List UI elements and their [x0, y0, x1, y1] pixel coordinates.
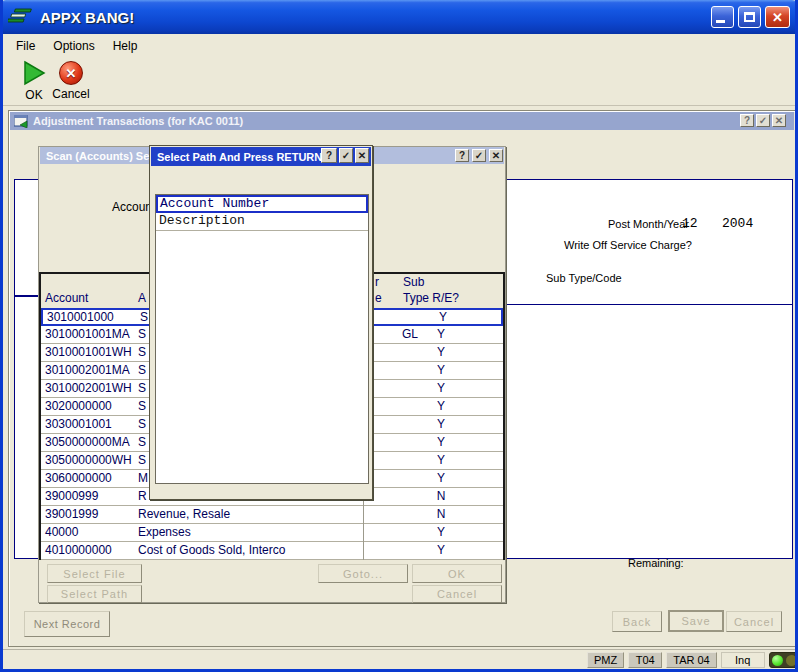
minimize-button[interactable] — [711, 6, 734, 28]
status-mode-spacer — [569, 652, 583, 668]
traffic-light-indicator — [769, 652, 798, 668]
scan-dialog-title: Scan (Accounts) Se — [46, 150, 149, 162]
next-record-button[interactable]: Next Record — [24, 611, 110, 637]
table-cell-desc: Expenses — [138, 525, 191, 540]
mdi-ok-button[interactable]: ✓ — [756, 114, 770, 127]
table-cell-re: Y — [427, 310, 459, 325]
path-list-item[interactable]: Description — [156, 213, 368, 231]
table-row[interactable]: 40000ExpensesY — [41, 524, 503, 542]
toolbar: OK ✕ Cancel — [3, 57, 795, 106]
table-cell-re: Y — [425, 471, 457, 486]
post-month-label: Post Month/Year — [608, 218, 689, 230]
select-path-button[interactable]: Select Path — [47, 585, 142, 603]
table-cell-re: Y — [425, 453, 457, 468]
application-window: APPX BANG! ✕ File Options Help OK ✕ Canc… — [0, 0, 798, 672]
menu-help[interactable]: Help — [104, 36, 147, 56]
cancel-x-icon: ✕ — [59, 61, 83, 85]
mdi-help-button[interactable]: ? — [740, 114, 754, 127]
scan-cancel-action-button[interactable]: Cancel — [412, 585, 502, 603]
mdi-close-button[interactable]: ✕ — [772, 114, 786, 127]
post-year-value: 2004 — [722, 216, 753, 231]
table-cell-re: Y — [425, 345, 457, 360]
cancel-toolbar-button[interactable]: ✕ Cancel — [49, 60, 93, 101]
save-button[interactable]: Save — [668, 610, 724, 632]
write-off-label: Write Off Service Charge? — [564, 239, 692, 251]
table-cell-re: Y — [425, 543, 457, 558]
menu-options[interactable]: Options — [44, 36, 103, 56]
sub-type-code-label: Sub Type/Code — [546, 272, 622, 284]
table-cell-desc: S — [138, 399, 146, 414]
table-cell-desc: Cost of Goods Sold, Interco — [138, 543, 285, 558]
ok-play-icon — [21, 60, 47, 86]
header-description-partial: A — [138, 291, 146, 305]
select-path-popup: Select Path And Press RETURN ? ✓ ✕ Accou… — [149, 145, 373, 500]
table-cell-desc: M — [138, 471, 148, 486]
path-list-item[interactable]: Account Number — [156, 195, 368, 213]
status-bar: PMZ T04 TAR 04 Inq — [3, 649, 795, 669]
status-cell-tar04: TAR 04 — [666, 652, 716, 668]
maximize-icon — [744, 12, 755, 22]
maximize-button[interactable] — [738, 6, 761, 28]
menu-bar: File Options Help — [3, 34, 795, 57]
table-row[interactable]: 4010000000Cost of Goods Sold, IntercoY — [41, 542, 503, 560]
table-cell-desc: S — [138, 363, 146, 378]
status-cell-t04: T04 — [628, 652, 662, 668]
status-cell-pmz: PMZ — [587, 652, 624, 668]
table-cell-re: Y — [425, 417, 457, 432]
table-cell-acct: 40000 — [45, 525, 78, 540]
table-cell-re: Y — [425, 525, 457, 540]
status-cells: PMZ T04 TAR 04 Inq — [569, 652, 798, 668]
bottom-cancel-button[interactable]: Cancel — [726, 611, 782, 632]
header-type-re: Type R/E? — [403, 291, 459, 305]
panel-divider-left — [14, 295, 40, 297]
table-cell-desc: S — [140, 310, 148, 325]
green-light-icon — [772, 655, 783, 666]
popup-help-button[interactable]: ? — [321, 148, 337, 163]
panel-divider-right — [505, 304, 793, 305]
ok-toolbar-label: OK — [15, 88, 53, 102]
path-list: Account NumberDescription — [155, 194, 369, 484]
table-cell-desc: S — [138, 435, 146, 450]
table-cell-sub: GL — [402, 327, 418, 342]
select-file-button[interactable]: Select File — [47, 564, 142, 583]
table-cell-acct: 3030001001 — [45, 417, 112, 432]
scan-ok-action-button[interactable]: OK — [412, 564, 502, 583]
table-row[interactable]: 39001999Revenue, ResaleN — [41, 506, 503, 524]
table-cell-desc: S — [138, 381, 146, 396]
minimize-icon — [716, 20, 725, 23]
table-cell-re: Y — [425, 327, 457, 342]
scan-help-button[interactable]: ? — [455, 149, 469, 162]
table-cell-acct: 3010001000 — [47, 310, 114, 325]
appx-logo-icon — [8, 7, 34, 27]
header-col-e-partial: e — [375, 291, 382, 305]
ok-toolbar-button[interactable]: OK — [15, 60, 53, 102]
goto-button[interactable]: Goto... — [318, 564, 408, 583]
popup-title: Select Path And Press RETURN — [157, 151, 322, 163]
table-cell-desc: R — [138, 489, 147, 504]
scan-close-button[interactable]: ✕ — [489, 149, 503, 162]
popup-close-button[interactable]: ✕ — [355, 148, 369, 163]
table-cell-acct: 39001999 — [45, 507, 98, 522]
adjustment-window-title: Adjustment Transactions (for KAC 0011) — [33, 115, 243, 127]
table-cell-re: Y — [425, 435, 457, 450]
menu-file[interactable]: File — [7, 36, 44, 56]
close-button[interactable]: ✕ — [765, 6, 790, 28]
post-month-value: 12 — [682, 216, 698, 231]
table-cell-re: Y — [425, 399, 457, 414]
table-cell-re: N — [425, 507, 457, 522]
adjustment-window-title-bar[interactable]: Adjustment Transactions (for KAC 0011) ?… — [10, 112, 794, 130]
back-button[interactable]: Back — [612, 611, 662, 632]
table-cell-desc: S — [138, 345, 146, 360]
table-cell-acct: 3050000000MA — [45, 435, 130, 450]
header-account: Account — [45, 291, 88, 305]
table-cell-acct: 3020000000 — [45, 399, 112, 414]
table-cell-acct: 3060000000 — [45, 471, 112, 486]
adjustment-transactions-window: Adjustment Transactions (for KAC 0011) ?… — [8, 110, 796, 647]
table-cell-re: Y — [425, 363, 457, 378]
scan-ok-button[interactable]: ✓ — [472, 149, 486, 162]
title-bar[interactable]: APPX BANG! ✕ — [0, 0, 798, 34]
table-cell-acct: 3010002001MA — [45, 363, 130, 378]
popup-ok-button[interactable]: ✓ — [339, 148, 353, 163]
app-title: APPX BANG! — [40, 9, 134, 26]
table-cell-acct: 3010001001WH — [45, 345, 132, 360]
